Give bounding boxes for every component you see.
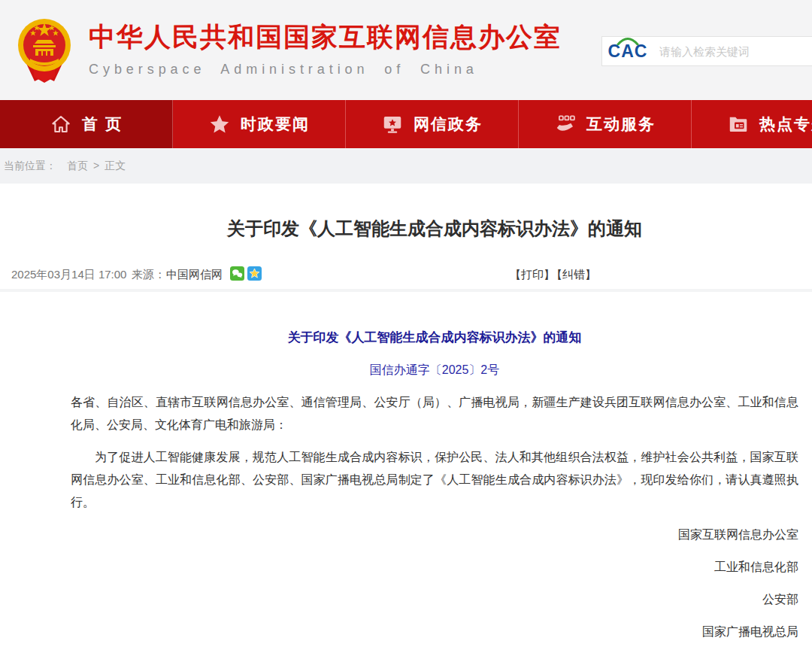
signature-line: 工业和信息化部: [71, 556, 798, 579]
nav-label: 网信政务: [414, 114, 483, 135]
publish-date: 2025年03月14日 17:00: [11, 266, 126, 283]
breadcrumb-label: 当前位置：: [4, 159, 56, 172]
nav-label: 热点专题: [759, 114, 812, 135]
signature-line: 公安部: [71, 588, 798, 611]
main-nav: 首 页 时政要闻 网信政务 互动服务 热点专: [0, 100, 812, 148]
breadcrumb-home-link[interactable]: 首页: [67, 159, 88, 172]
star-icon: [208, 113, 231, 135]
article-content: 关于印发《人工智能生成合成内容标识办法》的通知 国信办通字〔2025〕2号 各省…: [71, 327, 798, 650]
nav-item-egov[interactable]: 网信政务: [346, 100, 519, 148]
signature-line: 国家广播电视总局: [71, 621, 798, 643]
wechat-share-icon[interactable]: [230, 266, 244, 285]
site-subtitle: Cyberspace Administration of China: [89, 62, 562, 77]
nav-label: 互动服务: [586, 114, 656, 135]
error-correction-button[interactable]: 【纠错】: [551, 266, 596, 283]
meta-divider: [0, 289, 812, 292]
search-box: CAC: [601, 36, 812, 66]
page-title: 关于印发《人工智能生成合成内容标识办法》的通知: [71, 217, 798, 241]
interaction-icon: [554, 113, 577, 135]
nav-label: 时政要闻: [241, 114, 310, 135]
article-page: 关于印发《人工智能生成合成内容标识办法》的通知 2025年03月14日 17:0…: [0, 184, 812, 650]
search-input[interactable]: [653, 38, 812, 65]
article-meta: 2025年03月14日 17:00 来源： 中国网信网 【打印】 【纠错】: [0, 266, 812, 283]
source-value: 中国网信网: [166, 266, 223, 283]
paragraph-body: 为了促进人工智能健康发展，规范人工智能生成合成内容标识，保护公民、法人和其他组织…: [71, 446, 798, 514]
nav-item-news[interactable]: 时政要闻: [173, 100, 346, 148]
document-number: 国信办通字〔2025〕2号: [71, 359, 798, 381]
home-icon: [50, 113, 72, 135]
nav-label: 首 页: [82, 114, 123, 135]
national-emblem-icon: [15, 14, 74, 87]
print-button[interactable]: 【打印】: [510, 266, 555, 283]
folder-icon: [727, 113, 750, 135]
qzone-share-icon[interactable]: [247, 266, 262, 285]
site-header: 中华人民共和国国家互联网信息办公室 Cyberspace Administrat…: [0, 0, 812, 100]
breadcrumb-current: 正文: [105, 159, 126, 172]
nav-item-home[interactable]: 首 页: [0, 100, 173, 148]
signature-line: 国家互联网信息办公室: [71, 524, 798, 546]
paragraph-addressee: 各省、自治区、直辖市互联网信息办公室、通信管理局、公安厅（局）、广播电视局，新疆…: [71, 391, 798, 436]
nav-item-topics[interactable]: 热点专题: [692, 100, 812, 148]
cac-logo-arc-icon: [617, 37, 639, 45]
document-title: 关于印发《人工智能生成合成内容标识办法》的通知: [71, 327, 798, 349]
breadcrumb: 当前位置：首页>正文: [0, 148, 812, 184]
cac-logo: CAC: [602, 43, 653, 60]
monitor-icon: [381, 113, 404, 135]
site-title: 中华人民共和国国家互联网信息办公室: [89, 20, 562, 55]
source-label: 来源：: [132, 266, 165, 283]
nav-item-interactive[interactable]: 互动服务: [519, 100, 692, 148]
breadcrumb-separator: >: [93, 159, 99, 172]
